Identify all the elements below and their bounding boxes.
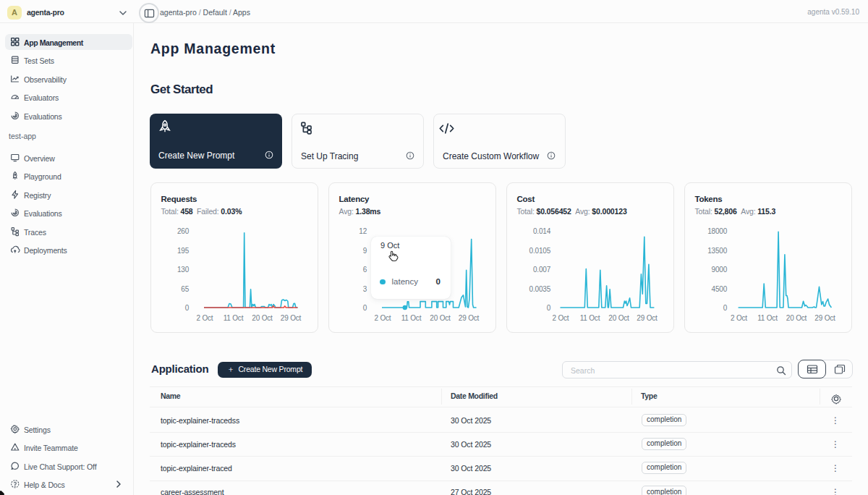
svg-text:11 Oct: 11 Oct [580, 314, 600, 322]
svg-text:20 Oct: 20 Oct [608, 314, 629, 322]
svg-text:12: 12 [359, 227, 367, 235]
svg-text:3: 3 [363, 285, 367, 293]
svg-text:4500: 4500 [712, 285, 728, 293]
svg-text:6: 6 [363, 266, 367, 274]
svg-text:13500: 13500 [707, 247, 727, 255]
svg-text:29 Oct: 29 Oct [281, 314, 302, 322]
svg-text:0: 0 [185, 304, 190, 312]
svg-text:0.0105: 0.0105 [529, 247, 551, 255]
svg-text:0.007: 0.007 [533, 266, 551, 274]
svg-text:130: 130 [177, 266, 190, 274]
svg-text:260: 260 [177, 227, 190, 235]
svg-text:0.014: 0.014 [533, 227, 551, 235]
svg-text:11 Oct: 11 Oct [224, 314, 244, 322]
svg-text:20 Oct: 20 Oct [252, 314, 273, 322]
svg-text:18000: 18000 [707, 227, 727, 235]
svg-text:29 Oct: 29 Oct [459, 314, 480, 322]
svg-text:0.0035: 0.0035 [529, 285, 551, 293]
svg-text:20 Oct: 20 Oct [430, 314, 451, 322]
svg-text:2 Oct: 2 Oct [553, 314, 569, 322]
svg-text:2 Oct: 2 Oct [197, 314, 213, 322]
svg-text:2 Oct: 2 Oct [375, 314, 391, 322]
svg-text:0: 0 [547, 304, 551, 312]
svg-text:195: 195 [177, 247, 190, 255]
svg-text:0: 0 [723, 304, 728, 312]
svg-text:29 Oct: 29 Oct [814, 314, 835, 322]
svg-text:65: 65 [181, 285, 189, 293]
svg-text:20 Oct: 20 Oct [786, 314, 807, 322]
svg-text:11 Oct: 11 Oct [757, 314, 778, 322]
svg-text:29 Oct: 29 Oct [637, 314, 658, 322]
svg-text:11 Oct: 11 Oct [401, 314, 422, 322]
svg-text:2 Oct: 2 Oct [731, 314, 747, 322]
svg-text:9000: 9000 [712, 266, 728, 274]
svg-text:9: 9 [363, 247, 367, 255]
svg-text:0: 0 [363, 304, 367, 312]
